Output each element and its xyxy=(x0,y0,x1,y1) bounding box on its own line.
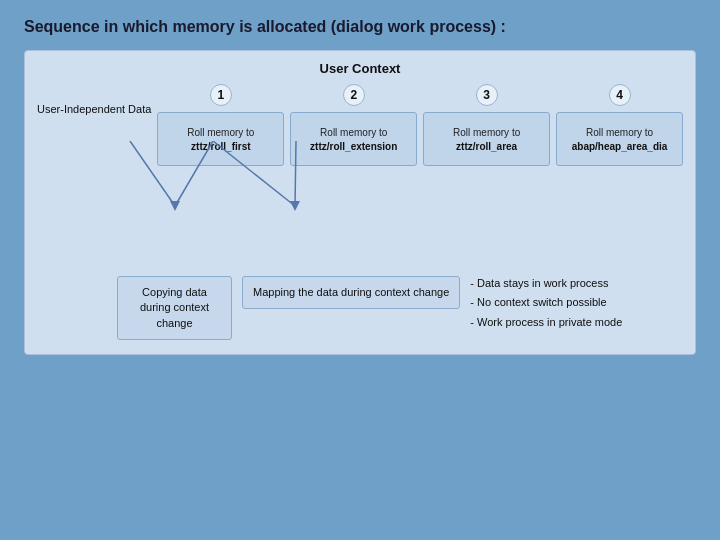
col-inner-1: Roll memory to zttz/roll_first xyxy=(157,112,284,166)
note-1: - Data stays in work process xyxy=(470,276,683,291)
roll-label-3: Roll memory to xyxy=(453,127,520,138)
column-1: 1 Roll memory to zttz/roll_first xyxy=(157,84,284,166)
roll-label-4: Roll memory to xyxy=(586,127,653,138)
user-independent-label: User-Independent Data xyxy=(37,102,151,116)
roll-label-1: Roll memory to xyxy=(187,127,254,138)
col-number-2: 2 xyxy=(343,84,365,106)
roll-value-4: abap/heap_area_dia xyxy=(572,141,668,152)
svg-marker-4 xyxy=(170,201,180,211)
svg-marker-5 xyxy=(290,201,300,211)
roll-value-2: zttz/roll_extension xyxy=(310,141,397,152)
user-context-label: User Context xyxy=(37,61,683,76)
copy-box: Copying data during context change xyxy=(117,276,232,340)
roll-label-2: Roll memory to xyxy=(320,127,387,138)
column-3: 3 Roll memory to zttz/roll_area xyxy=(423,84,550,166)
col-inner-2: Roll memory to zttz/roll_extension xyxy=(290,112,417,166)
col-number-3: 3 xyxy=(476,84,498,106)
column-4: 4 Roll memory to abap/heap_area_dia xyxy=(556,84,683,166)
bottom-section: Copying data during context change Mappi… xyxy=(37,276,683,340)
col-number-1: 1 xyxy=(210,84,232,106)
left-label-area: User-Independent Data xyxy=(37,84,151,116)
roll-value-1: zttz/roll_first xyxy=(191,141,250,152)
roll-value-3: zttz/roll_area xyxy=(456,141,517,152)
note-3: - Work process in private mode xyxy=(470,315,683,330)
column-2: 2 Roll memory to zttz/roll_extension xyxy=(290,84,417,166)
columns-container: 1 Roll memory to zttz/roll_first 2 Roll … xyxy=(157,84,683,166)
columns-row: User-Independent Data 1 Roll memory to z… xyxy=(37,84,683,166)
notes-box: - Data stays in work process - No contex… xyxy=(470,276,683,330)
slide: Sequence in which memory is allocated (d… xyxy=(0,0,720,540)
main-diagram-box: User Context User-Independent Data 1 Rol… xyxy=(24,50,696,355)
col-number-4: 4 xyxy=(609,84,631,106)
mapping-box: Mapping the data during context change xyxy=(242,276,460,309)
col-inner-3: Roll memory to zttz/roll_area xyxy=(423,112,550,166)
col-inner-4: Roll memory to abap/heap_area_dia xyxy=(556,112,683,166)
slide-title: Sequence in which memory is allocated (d… xyxy=(24,18,696,36)
note-2: - No context switch possible xyxy=(470,295,683,310)
